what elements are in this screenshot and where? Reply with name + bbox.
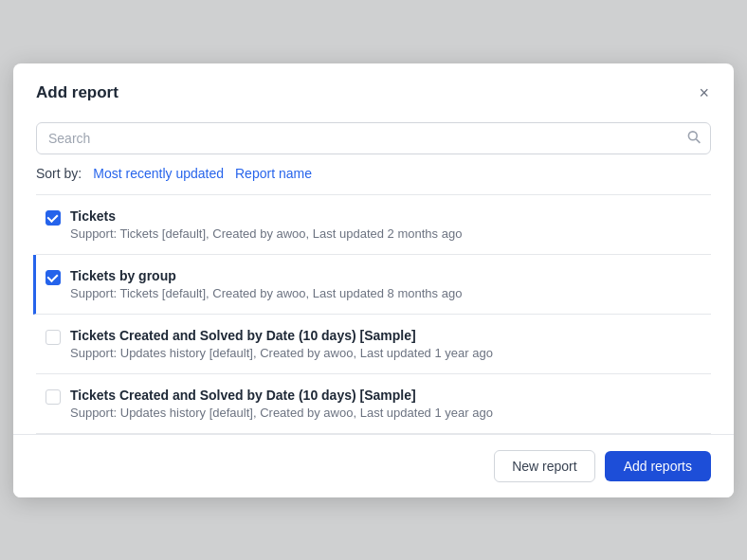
report-name: Tickets: [70, 208, 711, 224]
report-item: Tickets Created and Solved by Date (10 d…: [36, 315, 711, 374]
checkbox-wrap: [36, 328, 70, 345]
add-reports-button[interactable]: Add reports: [605, 451, 711, 481]
report-info: Tickets by groupSupport: Tickets [defaul…: [70, 268, 711, 300]
modal-body: Sort by: Most recently updated Report na…: [13, 118, 734, 434]
report-checkbox[interactable]: [46, 330, 61, 345]
new-report-button[interactable]: New report: [494, 450, 594, 482]
report-meta: Support: Tickets [default], Created by a…: [70, 226, 711, 241]
close-button[interactable]: ×: [697, 82, 711, 103]
report-name: Tickets by group: [70, 268, 711, 283]
sort-label: Sort by:: [36, 166, 82, 181]
search-container: [36, 122, 711, 154]
report-checkbox[interactable]: [46, 210, 61, 226]
report-name: Tickets Created and Solved by Date (10 d…: [70, 328, 711, 343]
checkbox-wrap: [36, 208, 70, 226]
report-meta: Support: Updates history [default], Crea…: [70, 406, 711, 420]
report-item: Tickets by groupSupport: Tickets [defaul…: [33, 255, 711, 315]
checkbox-wrap: [36, 268, 70, 285]
report-name: Tickets Created and Solved by Date (10 d…: [70, 388, 711, 403]
report-checkbox[interactable]: [46, 270, 61, 285]
report-list: TicketsSupport: Tickets [default], Creat…: [36, 194, 711, 434]
modal-footer: New report Add reports: [13, 434, 734, 497]
search-input[interactable]: [36, 122, 711, 154]
report-info: Tickets Created and Solved by Date (10 d…: [70, 388, 711, 420]
checkbox-wrap: [36, 388, 70, 405]
sort-recently-updated[interactable]: Most recently updated: [89, 166, 228, 181]
sort-bar: Sort by: Most recently updated Report na…: [36, 166, 711, 181]
report-info: TicketsSupport: Tickets [default], Creat…: [70, 208, 711, 241]
modal-header: Add report ×: [13, 63, 734, 118]
report-item: TicketsSupport: Tickets [default], Creat…: [36, 195, 711, 255]
modal-title: Add report: [36, 83, 118, 102]
modal: Add report × Sort by: Most recently upda…: [13, 63, 734, 497]
report-item: Tickets Created and Solved by Date (10 d…: [36, 374, 711, 434]
sort-report-name[interactable]: Report name: [231, 166, 316, 181]
report-meta: Support: Updates history [default], Crea…: [70, 346, 711, 360]
report-checkbox[interactable]: [46, 389, 61, 405]
report-info: Tickets Created and Solved by Date (10 d…: [70, 328, 711, 360]
modal-backdrop: Add report × Sort by: Most recently upda…: [0, 0, 747, 560]
report-meta: Support: Tickets [default], Created by a…: [70, 286, 711, 300]
